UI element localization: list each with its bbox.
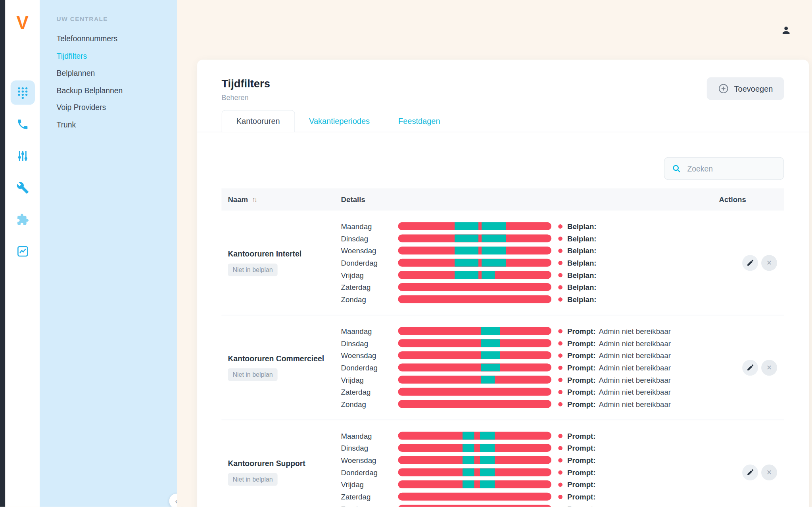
edit-button[interactable] <box>742 255 758 271</box>
tab-bar: KantoorurenVakantieperiodesFeestdagen <box>197 110 809 132</box>
search-input[interactable] <box>686 164 776 173</box>
hours-bar <box>398 376 551 384</box>
hours-bar <box>398 351 551 359</box>
day-detail-label: Prompt: <box>567 351 596 359</box>
sidebar-item-trunk[interactable]: Trunk <box>57 116 177 133</box>
status-dot <box>558 458 562 462</box>
dialpad-icon <box>16 86 29 99</box>
day-detail-label: Belplan: <box>567 295 597 303</box>
status-dot <box>558 494 562 499</box>
rail-item-dialpad[interactable] <box>10 81 35 105</box>
row-days: MaandagBelplan:DinsdagBelplan:WoensdagBe… <box>341 220 719 305</box>
day-detail-label: Belplan: <box>567 246 597 254</box>
day-row: DinsdagPrompt:Admin niet bereikbaar <box>341 337 719 349</box>
day-label: Donderdag <box>341 258 398 267</box>
timefilter-table: Naam ↑↓ Details Actions Kantooruren Inte… <box>221 188 784 507</box>
status-dot <box>558 446 562 450</box>
rail-item-phone[interactable] <box>10 112 35 137</box>
tab-kantooruren[interactable]: Kantooruren <box>221 110 295 132</box>
day-label: Maandag <box>341 432 398 440</box>
status-dot <box>558 482 562 487</box>
day-row: DonderdagPrompt:Admin niet bereikbaar <box>341 361 719 374</box>
delete-button[interactable]: × <box>761 464 777 480</box>
day-detail-label: Prompt: <box>567 387 596 396</box>
rail-item-statistics[interactable] <box>10 239 35 263</box>
day-detail-label: Belplan: <box>567 271 597 279</box>
day-detail-label: Prompt: <box>567 432 596 440</box>
open-hours-segment <box>463 480 474 488</box>
day-detail-label: Prompt: <box>567 456 596 464</box>
open-hours-segment <box>482 234 506 242</box>
open-hours-segment <box>482 259 506 267</box>
tab-vakantieperiodes[interactable]: Vakantieperiodes <box>295 111 384 132</box>
sidebar-item-backup-belplannen[interactable]: Backup Belplannen <box>57 82 177 99</box>
day-label: Dinsdag <box>341 339 398 347</box>
day-label: Woensdag <box>341 351 398 359</box>
open-hours-segment <box>482 271 495 279</box>
table-row: Kantooruren Intertel Niet in belplan Maa… <box>221 210 784 315</box>
sidebar-item-tijdfilters[interactable]: Tijdfilters <box>57 47 177 64</box>
close-icon: × <box>767 468 772 476</box>
day-detail-label: Prompt: <box>567 468 596 476</box>
edit-button[interactable] <box>742 464 758 480</box>
hours-bar <box>398 505 551 507</box>
status-dot <box>558 434 562 438</box>
open-hours-segment <box>480 480 495 488</box>
hours-bar <box>398 388 551 396</box>
open-hours-segment <box>481 351 500 359</box>
day-label: Zaterdag <box>341 283 398 291</box>
day-detail-value: Admin niet bereikbaar <box>599 376 670 384</box>
status-badge: Niet in belplan <box>228 368 277 381</box>
day-row: MaandagPrompt: <box>341 430 719 442</box>
open-hours-segment <box>481 327 500 335</box>
chart-icon <box>16 245 29 258</box>
edit-button[interactable] <box>742 360 758 376</box>
day-label: Zaterdag <box>341 492 398 501</box>
open-hours-segment <box>480 468 495 476</box>
add-button-label: Toevoegen <box>734 84 773 93</box>
day-label: Dinsdag <box>341 443 398 452</box>
hours-bar <box>398 364 551 372</box>
user-avatar-icon[interactable] <box>779 23 793 37</box>
brand-logo[interactable]: V <box>5 14 40 32</box>
status-dot <box>558 402 562 406</box>
column-header-naam: Naam <box>228 195 248 204</box>
rail-item-integrations[interactable] <box>10 207 35 231</box>
day-detail-value: Admin niet bereikbaar <box>599 327 670 335</box>
row-name: Kantooruren Commercieel <box>228 354 324 362</box>
add-button[interactable]: Toevoegen <box>706 77 784 100</box>
status-dot <box>558 390 562 394</box>
open-hours-segment <box>480 456 495 464</box>
sort-arrows-icon[interactable]: ↑↓ <box>252 196 257 203</box>
hours-bar <box>398 339 551 347</box>
day-detail-value: Admin niet bereikbaar <box>599 351 670 359</box>
open-hours-segment <box>482 247 506 254</box>
day-row: WoensdagPrompt:Admin niet bereikbaar <box>341 349 719 362</box>
day-row: DonderdagBelplan: <box>341 256 719 269</box>
open-hours-segment <box>481 364 500 372</box>
delete-button[interactable]: × <box>761 360 777 376</box>
sidebar-item-telefoonnummers[interactable]: Telefoonnummers <box>57 30 177 47</box>
day-row: DinsdagBelplan: <box>341 232 719 245</box>
day-detail-label: Prompt: <box>567 339 596 347</box>
hours-bar <box>398 222 551 230</box>
hours-bar <box>398 493 551 501</box>
table-body: Kantooruren Intertel Niet in belplan Maa… <box>221 210 784 507</box>
table-row: Kantooruren Support Niet in belplan Maan… <box>221 420 784 507</box>
open-hours-segment <box>455 222 479 230</box>
open-hours-segment <box>463 432 474 440</box>
open-hours-segment <box>463 468 474 476</box>
table-row: Kantooruren Commercieel Niet in belplan … <box>221 315 784 420</box>
status-dot <box>558 353 562 358</box>
day-label: Dinsdag <box>341 234 398 243</box>
delete-button[interactable]: × <box>761 255 777 271</box>
sidebar-item-belplannen[interactable]: Belplannen <box>57 65 177 82</box>
day-row: ZondagPrompt:Admin niet bereikbaar <box>341 398 719 410</box>
tab-feestdagen[interactable]: Feestdagen <box>384 111 455 132</box>
sidebar-item-voip-providers[interactable]: Voip Providers <box>57 99 177 116</box>
table-header: Naam ↑↓ Details Actions <box>221 188 784 210</box>
rail-item-settings[interactable] <box>10 175 35 200</box>
day-label: Vrijdag <box>341 376 398 384</box>
rail-item-filters[interactable] <box>10 144 35 168</box>
day-row: DinsdagPrompt: <box>341 442 719 454</box>
